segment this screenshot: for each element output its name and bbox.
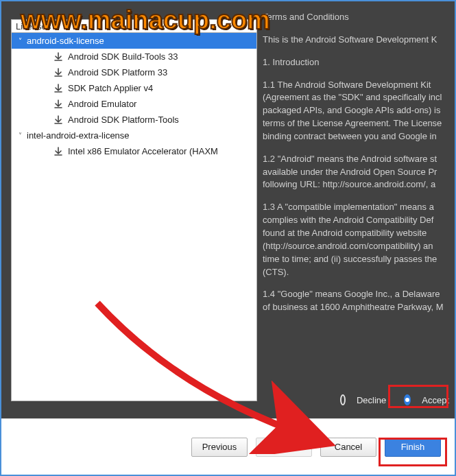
license-item-row[interactable]: Android SDK Platform 33 [12,64,256,80]
license-item-label: Android SDK Build-Tools 33 [68,51,178,62]
terms-section-1: 1. Introduction [263,56,445,69]
license-item-row[interactable]: Android Emulator [12,96,256,112]
download-icon [53,51,64,62]
license-agreement-panel: Licenses ˅android-sdk-licenseAndroid SDK… [1,1,455,418]
licenses-header: Licenses [11,19,257,32]
terms-1-4: 1.4 "Google" means Google Inc., a Delawa… [263,288,445,314]
previous-button[interactable]: Previous [191,438,248,457]
download-icon [53,99,64,110]
license-radio-group: Decline Accept [265,388,449,412]
terms-text: Terms and Conditions This is the Android… [263,11,446,386]
license-item-row[interactable]: SDK Patch Applier v4 [12,80,256,96]
accept-radio[interactable] [404,394,411,405]
wizard-button-bar: Previous Next Cancel Finish [1,418,455,475]
download-icon [53,67,64,78]
license-item-label: Android SDK Platform-Tools [68,115,179,125]
finish-button[interactable]: Finish [385,438,441,457]
download-icon [53,146,64,157]
license-item-label: Intel x86 Emulator Accelerator (HAXM [68,146,218,156]
download-icon [53,83,64,94]
decline-label[interactable]: Decline [357,395,386,405]
license-item-label: SDK Patch Applier v4 [68,83,153,93]
license-item-label: Android SDK Platform 33 [68,67,167,78]
download-icon [53,115,64,126]
terms-1-3: 1.3 A "compatible implementation" means … [263,201,445,278]
license-group-label: intel-android-extra-license [27,130,130,141]
chevron-down-icon[interactable]: ˅ [16,132,24,139]
license-item-row[interactable]: Intel x86 Emulator Accelerator (HAXM [12,143,256,159]
terms-1-1: 1.1 The Android Software Development Kit… [263,79,445,143]
license-group-row[interactable]: ˅android-sdk-license [12,33,256,49]
license-group-label: android-sdk-license [27,36,104,46]
next-button: Next [256,438,312,457]
license-item-row[interactable]: Android SDK Build-Tools 33 [12,49,256,64]
cancel-button[interactable]: Cancel [320,438,376,457]
terms-intro: This is the Android Software Development… [263,34,445,47]
license-item-row[interactable]: Android SDK Platform-Tools [12,112,256,128]
terms-heading: Terms and Conditions [263,11,445,24]
decline-radio[interactable] [340,394,346,405]
license-group-row[interactable]: ˅intel-android-extra-license [12,128,256,143]
license-item-label: Android Emulator [68,99,136,109]
chevron-down-icon[interactable]: ˅ [16,37,24,45]
terms-1-2: 1.2 "Android" means the Android software… [263,153,445,192]
accept-label[interactable]: Accept [422,395,449,405]
license-tree[interactable]: ˅android-sdk-licenseAndroid SDK Build-To… [11,32,257,401]
